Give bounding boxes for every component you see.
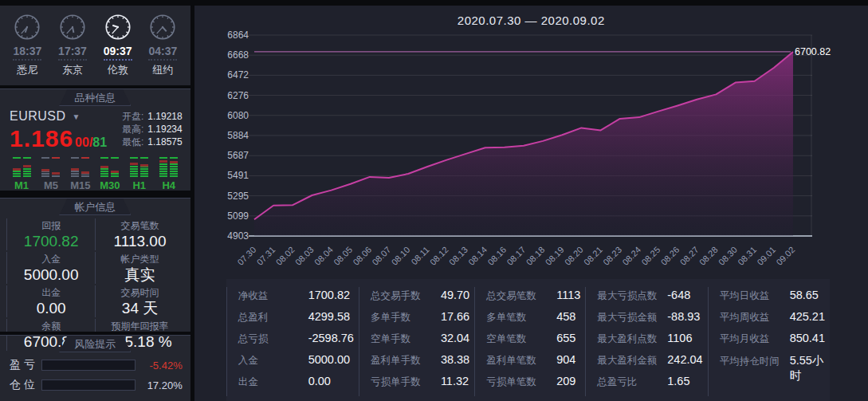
timeframe-bars-icon [41,157,60,178]
stat-label: 盈利单手数 [371,354,441,368]
stat-value: 38.38 [441,353,469,366]
stats-panel: 净收益 1700.82 总盈利 4299.58 总亏损 -2598.76 入金 … [226,279,830,401]
stat-row: 总盈亏比 1.65 [597,375,702,396]
world-clock-item[interactable]: 18:37 悉尼 [6,12,48,77]
symbol-panel: 品种信息 EURUSD ▼ 1.186 00/ 81 [0,88,190,191]
timeframe-button[interactable]: M1 [10,157,33,191]
stat-row: 最大亏损金额 -88.93 [597,310,702,332]
symbol-selector[interactable]: EURUSD ▼ [10,109,107,124]
stat-row: 出金 0.00 [238,375,354,396]
svg-text:08.17: 08.17 [505,245,527,267]
svg-text:08.20: 08.20 [563,245,585,267]
timeframe-button[interactable]: H1 [128,157,151,191]
account-label: 入金 [41,253,61,266]
clock-icon [103,12,133,42]
stat-label: 最大亏损点数 [597,289,667,303]
stats-column: 平均日收益 58.65 平均周收益 425.21 平均月收益 850.41 平均… [708,287,830,396]
stat-row: 空单手数 32.04 [371,332,469,353]
ohl-row: 最高: 1.19234 [122,124,183,136]
stat-value: 1700.82 [308,289,350,301]
timeframe-bar: M1 M5 M15 [0,152,190,191]
stat-label: 最大盈利点数 [597,332,667,346]
stats-column: 最大亏损点数 -648 最大亏损金额 -88.93 最大盈利点数 1106 最大… [585,287,707,396]
timeframe-button[interactable]: H4 [157,157,181,191]
stat-label: 总交易手数 [371,289,441,303]
svg-text:08.27: 08.27 [678,245,700,267]
stat-value: -2598.76 [308,332,354,344]
svg-text:08.21: 08.21 [582,245,604,267]
svg-text:08.05: 08.05 [332,245,354,267]
stat-row: 总交易笔数 1113 [486,289,580,310]
svg-text:08.18: 08.18 [524,245,546,267]
account-value: 1700.82 [24,233,79,250]
svg-text:6276: 6276 [227,90,249,101]
symbol-name: EURUSD [10,109,66,124]
ohl-values: 开盘: 1.19218 最高: 1.19234 最低: 1.18575 [122,109,183,152]
svg-text:08.04: 08.04 [312,245,335,267]
timeframe-bars-icon [13,157,31,178]
world-clock-item[interactable]: 04:37 纽约 [142,12,183,77]
clock-city: 纽约 [152,63,173,77]
stat-value: 5.55小时 [790,353,825,383]
stats-column: 总交易笔数 1113 多单笔数 458 空单笔数 655 盈利单笔数 904 [474,287,585,396]
stat-value: 1106 [667,332,692,344]
svg-text:08.06: 08.06 [351,245,373,267]
stat-row: 平均持仓时间 5.55小时 [720,353,825,375]
clock-icon [57,12,88,42]
account-label: 交易时间 [121,286,159,300]
account-panel: 帐户信息 回报 1700.82 交易笔数 1113.00 入金 5000.00 [0,198,190,332]
stat-row: 总亏损 -2598.76 [238,332,354,353]
account-value: 0.00 [37,300,66,316]
risk-label: 盈 亏 [10,358,35,372]
world-clock-item[interactable]: 17:37 东京 [52,12,93,77]
stat-label: 空单笔数 [486,332,556,346]
svg-text:08.23: 08.23 [601,245,623,267]
world-clocks: 18:37 悉尼 17:37 东京 09:37 伦敦 [0,6,190,85]
svg-text:07.30: 07.30 [235,245,257,267]
equity-curve-chart: 6864666864726276608058845687549152955099… [194,27,865,279]
timeframe-button[interactable]: M30 [98,157,122,191]
stat-value: 0.00 [308,375,331,387]
svg-text:08.13: 08.13 [447,245,469,267]
stat-value: -648 [667,289,690,301]
divider [0,191,190,198]
stat-row: 平均周收益 425.21 [720,310,825,332]
svg-text:4903: 4903 [227,230,249,242]
stat-row: 空单笔数 655 [486,332,580,353]
clock-time: 17:37 [58,45,87,61]
stat-row: 盈利单手数 38.38 [371,353,469,375]
clock-city: 悉尼 [17,63,37,77]
symbol-panel-title: 品种信息 [59,89,131,106]
svg-text:08.07: 08.07 [370,245,392,267]
svg-text:08.03: 08.03 [293,245,316,267]
stats-column: 总交易手数 49.70 多单手数 17.66 空单手数 32.04 盈利单手数 … [359,287,474,396]
stat-value: 1113 [556,289,580,301]
stat-value: 242.04 [667,353,702,366]
price-display: 1.186 00/ 81 [10,125,107,152]
svg-text:08.31: 08.31 [736,245,758,267]
svg-text:6668: 6668 [227,49,249,61]
timeframe-button[interactable]: M5 [39,157,63,191]
timeframe-bars-icon [130,157,148,178]
account-grid: 回报 1700.82 交易笔数 1113.00 入金 5000.00 帐户类型 … [0,215,190,351]
world-clock-item[interactable]: 09:37 伦敦 [97,12,139,77]
svg-text:08.24: 08.24 [620,245,642,267]
svg-text:08.19: 08.19 [543,245,565,267]
account-label: 交易笔数 [121,219,159,233]
risk-panel-header: 风险提示 [0,335,190,352]
price-main: 1.186 [10,125,73,152]
timeframe-button[interactable]: M15 [69,157,92,191]
svg-text:08.26: 08.26 [658,245,681,267]
main-panel: 2020.07.30 — 2020.09.02 6864666864726276… [194,6,868,401]
chart-series [254,52,793,236]
stat-label: 总盈利 [238,311,308,324]
svg-text:07.31: 07.31 [254,245,277,267]
account-value: 1113.00 [114,233,167,250]
stat-label: 平均周收益 [720,311,790,324]
risk-row: 仓 位 17.20% [0,372,190,392]
risk-label: 仓 位 [10,378,35,392]
account-label: 出金 [41,286,61,300]
timeframe-label: M1 [14,179,29,191]
svg-text:09.01: 09.01 [755,245,777,267]
stat-label: 最大亏损金额 [597,311,667,324]
